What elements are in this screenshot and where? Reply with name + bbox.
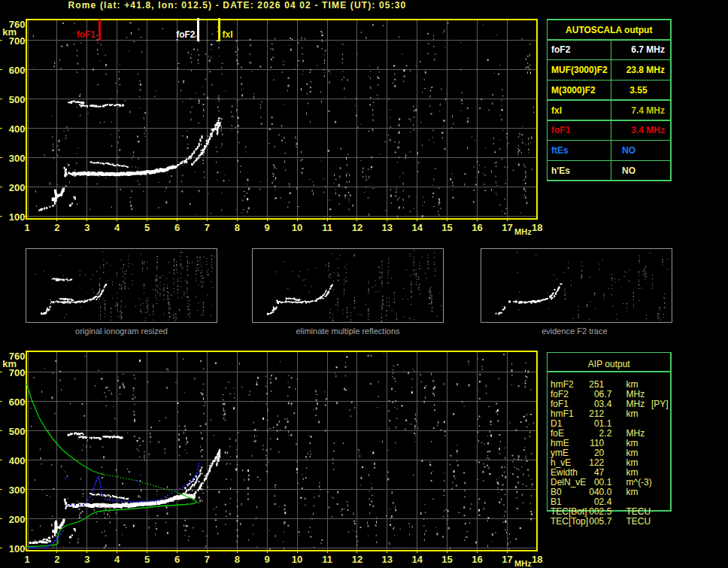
svg-text:B0: B0 <box>551 487 562 497</box>
svg-text:4: 4 <box>114 222 120 233</box>
svg-text:km: km <box>626 379 639 390</box>
svg-text:7.4 MHz: 7.4 MHz <box>631 105 665 116</box>
svg-text:500: 500 <box>9 94 26 105</box>
svg-text:MHz: MHz <box>514 559 532 568</box>
svg-text:00: 00 <box>594 477 605 488</box>
svg-text:16: 16 <box>472 554 482 565</box>
svg-text:3: 3 <box>84 222 89 233</box>
svg-text:47: 47 <box>594 467 605 478</box>
svg-text:.5: .5 <box>604 506 611 517</box>
svg-text:3.55: 3.55 <box>629 85 648 96</box>
svg-text:km: km <box>626 409 639 419</box>
svg-text:TEC[Bot]: TEC[Bot] <box>551 506 587 517</box>
svg-text:600: 600 <box>9 65 26 76</box>
svg-text:fxI: fxI <box>551 105 562 116</box>
svg-text:MHz: MHz <box>626 428 645 439</box>
svg-text:foF2: foF2 <box>551 389 569 399</box>
svg-text:10: 10 <box>292 222 302 233</box>
svg-text:400: 400 <box>9 455 26 466</box>
svg-text:km: km <box>626 457 639 468</box>
svg-text:km: km <box>626 467 639 478</box>
svg-text:20: 20 <box>594 448 605 458</box>
svg-text:8: 8 <box>235 222 240 233</box>
svg-text:4: 4 <box>114 554 120 565</box>
svg-text:MUF(3000)F2: MUF(3000)F2 <box>551 65 608 75</box>
svg-text:.2: .2 <box>604 428 611 439</box>
svg-text:06: 06 <box>594 389 605 399</box>
svg-text:evidence F2 trace: evidence F2 trace <box>541 327 607 336</box>
svg-text:9: 9 <box>265 554 270 565</box>
svg-text:200: 200 <box>9 514 26 525</box>
svg-text:m^(-3): m^(-3) <box>626 477 652 488</box>
svg-text:MHz: MHz <box>514 227 532 236</box>
svg-text:700: 700 <box>9 35 26 47</box>
svg-text:100: 100 <box>9 211 26 223</box>
svg-text:5: 5 <box>144 554 150 565</box>
svg-text:h'Es: h'Es <box>551 166 570 176</box>
svg-text:.1: .1 <box>604 477 611 488</box>
svg-text:12: 12 <box>352 554 362 565</box>
svg-text:03: 03 <box>594 399 605 409</box>
svg-text:2: 2 <box>54 222 59 233</box>
svg-text:400: 400 <box>9 123 26 135</box>
svg-text:foF2: foF2 <box>176 29 196 40</box>
svg-text:500: 500 <box>9 426 26 437</box>
svg-text:fxI: fxI <box>223 29 233 40</box>
svg-text:6.7 MHz: 6.7 MHz <box>631 44 665 55</box>
svg-text:16: 16 <box>472 222 482 233</box>
svg-text:9: 9 <box>265 222 270 233</box>
svg-text:100: 100 <box>9 543 26 554</box>
svg-text:2: 2 <box>54 554 59 565</box>
svg-text:14: 14 <box>411 222 423 233</box>
svg-text:km: km <box>626 438 639 448</box>
svg-text:01: 01 <box>594 418 605 429</box>
svg-text:3: 3 <box>84 554 89 565</box>
svg-text:MHz: MHz <box>626 389 645 399</box>
svg-text:13: 13 <box>382 554 393 565</box>
svg-text:NO: NO <box>622 166 635 176</box>
svg-text:ymE: ymE <box>551 448 569 458</box>
svg-text:23.8 MHz: 23.8 MHz <box>626 65 665 75</box>
svg-text:TECU: TECU <box>626 506 651 517</box>
svg-text:AIP output: AIP output <box>588 359 630 369</box>
svg-text:15: 15 <box>441 222 452 233</box>
svg-text:.7: .7 <box>604 389 611 399</box>
svg-text:MHz: MHz <box>626 399 645 409</box>
svg-text:18: 18 <box>532 554 542 565</box>
svg-text:Rome (lat: +41.8, lon: 012.5): Rome (lat: +41.8, lon: 012.5) - DATE: 20… <box>68 0 407 11</box>
svg-text:600: 600 <box>9 396 26 408</box>
svg-text:18: 18 <box>532 222 542 233</box>
svg-text:7: 7 <box>205 222 210 233</box>
svg-text:300: 300 <box>9 484 26 496</box>
svg-text:17: 17 <box>502 554 512 565</box>
svg-text:.7: .7 <box>604 516 611 527</box>
svg-text:251: 251 <box>589 379 604 390</box>
svg-text:eliminate multiple reflections: eliminate multiple reflections <box>296 327 400 336</box>
svg-text:.4: .4 <box>604 399 611 409</box>
svg-text:005: 005 <box>589 516 604 527</box>
svg-text:110: 110 <box>590 438 604 448</box>
svg-text:foF1: foF1 <box>551 399 569 409</box>
svg-text:15: 15 <box>441 554 452 565</box>
svg-text:1: 1 <box>24 554 29 565</box>
svg-text:5: 5 <box>144 222 150 233</box>
svg-text:ftEs: ftEs <box>551 145 569 156</box>
svg-text:h_vE: h_vE <box>551 457 571 468</box>
svg-text:foF2: foF2 <box>551 44 571 55</box>
svg-text:foF1: foF1 <box>77 29 96 40</box>
svg-text:[PY]: [PY] <box>651 399 669 409</box>
svg-text:foF1: foF1 <box>551 125 571 135</box>
svg-text:km: km <box>626 448 639 458</box>
svg-text:02: 02 <box>594 497 605 507</box>
svg-text:M(3000)F2: M(3000)F2 <box>551 85 596 96</box>
svg-text:D1: D1 <box>551 418 563 429</box>
svg-text:13: 13 <box>382 222 393 233</box>
svg-text:6: 6 <box>174 554 180 565</box>
svg-text:212: 212 <box>589 409 604 419</box>
svg-text:17: 17 <box>502 222 512 233</box>
svg-text:.0: .0 <box>604 487 611 497</box>
svg-text:TECU: TECU <box>626 516 651 527</box>
svg-text:Ewidth: Ewidth <box>551 467 578 478</box>
svg-text:hmF2: hmF2 <box>551 379 574 390</box>
svg-text:1: 1 <box>24 222 29 233</box>
